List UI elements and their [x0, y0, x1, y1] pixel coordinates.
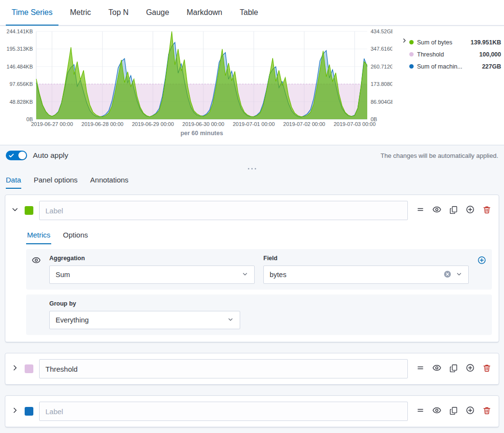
- svg-text:2019-07-02 00:00: 2019-07-02 00:00: [283, 121, 325, 127]
- series-label-input[interactable]: [39, 402, 408, 421]
- plus-circle-icon: [466, 406, 475, 417]
- add-series-button[interactable]: [466, 363, 475, 374]
- tab-gauge[interactable]: Gauge: [140, 0, 175, 26]
- series-visibility-button[interactable]: [432, 406, 441, 417]
- chevron-down-icon: [242, 271, 248, 279]
- trash-icon: [483, 406, 491, 417]
- chart-interval-caption: per 60 minutes: [36, 130, 367, 137]
- legend-series-name: Threshold: [417, 51, 476, 58]
- legend-color-dot: [409, 40, 414, 44]
- series-expand-button[interactable]: [11, 364, 19, 374]
- copy-icon: [449, 364, 458, 374]
- series-panel-1: Metrics Options Aggregation S: [5, 195, 499, 342]
- series-visibility-button[interactable]: [432, 363, 441, 374]
- legend-item[interactable]: Sum of bytes 139.951KB: [409, 36, 501, 48]
- copy-icon: [449, 406, 458, 417]
- svg-text:195.313KB: 195.313KB: [7, 46, 33, 52]
- chevron-right-icon: [401, 37, 408, 46]
- field-value: bytes: [270, 271, 287, 279]
- chevron-down-icon: [227, 316, 234, 324]
- series-body: Metrics Options Aggregation S: [5, 227, 499, 342]
- legend-series-value: 139.951KB: [471, 39, 501, 46]
- chart-preview-section: 0B48.828KB97.656KB146.484KB195.313KB244.…: [0, 26, 504, 145]
- series-collapse-button[interactable]: [11, 206, 19, 215]
- series-panel-3: [5, 395, 499, 427]
- svg-text:260.712GB: 260.712GB: [371, 64, 392, 70]
- tab-panel-options[interactable]: Panel options: [34, 171, 78, 189]
- editor-resize-handle[interactable]: [0, 166, 504, 171]
- svg-text:97.656KB: 97.656KB: [10, 81, 33, 87]
- tab-options[interactable]: Options: [62, 227, 89, 244]
- svg-text:2019-06-27 00:00: 2019-06-27 00:00: [31, 121, 73, 127]
- svg-text:2019-06-30 00:00: 2019-06-30 00:00: [182, 121, 224, 127]
- series-clone-button[interactable]: [449, 406, 458, 417]
- series-drag-handle[interactable]: [417, 364, 424, 374]
- field-select[interactable]: bytes: [263, 265, 469, 284]
- tab-time-series[interactable]: Time Series: [6, 0, 58, 26]
- series-drag-handle[interactable]: [417, 406, 424, 416]
- series-header: [5, 353, 499, 384]
- aggregation-select[interactable]: Sum: [49, 265, 255, 284]
- legend-series-name: Sum of bytes: [417, 39, 467, 46]
- series-sub-tabs: Metrics Options: [26, 227, 492, 244]
- tab-data[interactable]: Data: [6, 171, 21, 189]
- series-drag-handle[interactable]: [417, 206, 424, 215]
- metric-block: Aggregation Sum Field bytes: [26, 249, 492, 290]
- delete-series-button[interactable]: [483, 406, 491, 417]
- trash-icon: [483, 364, 491, 374]
- auto-apply-label: Auto apply: [33, 151, 68, 160]
- eye-icon: [432, 205, 441, 216]
- group-by-block: Group by Everything: [26, 294, 492, 335]
- time-series-chart: 0B48.828KB97.656KB146.484KB195.313KB244.…: [0, 26, 392, 129]
- series-label-input[interactable]: [39, 359, 408, 378]
- plus-circle-icon: [477, 256, 486, 266]
- legend-color-dot: [409, 52, 414, 56]
- eye-icon: [432, 363, 441, 374]
- eye-icon: [32, 256, 41, 266]
- svg-text:244.141KB: 244.141KB: [7, 28, 33, 34]
- series-clone-button[interactable]: [449, 206, 458, 216]
- tab-metrics[interactable]: Metrics: [26, 227, 51, 244]
- tab-annotations[interactable]: Annotations: [90, 171, 129, 189]
- series-color-swatch[interactable]: [25, 364, 33, 373]
- metric-visibility-button[interactable]: [32, 256, 41, 266]
- delete-series-button[interactable]: [483, 206, 491, 216]
- legend-item[interactable]: Sum of machin... 227GB: [409, 60, 501, 72]
- tab-markdown[interactable]: Markdown: [181, 0, 228, 26]
- chevron-down-icon: [11, 206, 19, 215]
- delete-series-button[interactable]: [483, 364, 491, 374]
- series-label-input[interactable]: [39, 201, 408, 220]
- drag-handle-icon: [417, 406, 424, 416]
- tab-table[interactable]: Table: [234, 0, 264, 26]
- clear-circle-icon: [444, 270, 451, 279]
- group-by-select[interactable]: Everything: [49, 311, 240, 329]
- series-header: [5, 195, 499, 226]
- visualization-type-tabs: Time Series Metric Top N Gauge Markdown …: [0, 0, 504, 26]
- tab-top-n[interactable]: Top N: [102, 0, 134, 26]
- series-visibility-button[interactable]: [432, 205, 441, 216]
- legend-item[interactable]: Threshold 100,000: [409, 48, 501, 60]
- clear-field-button[interactable]: [444, 270, 451, 279]
- series-clone-button[interactable]: [449, 364, 458, 374]
- auto-apply-switch[interactable]: [6, 151, 27, 160]
- series-expand-button[interactable]: [11, 406, 19, 416]
- group-by-value: Everything: [56, 316, 89, 324]
- svg-text:48.828KB: 48.828KB: [10, 99, 33, 105]
- series-color-swatch[interactable]: [25, 206, 33, 215]
- series-actions: [417, 406, 491, 417]
- svg-text:2019-07-01 00:00: 2019-07-01 00:00: [233, 121, 275, 127]
- editor-tabs: Data Panel options Annotations: [0, 171, 504, 189]
- tab-metric[interactable]: Metric: [64, 0, 97, 26]
- add-series-button[interactable]: [466, 406, 475, 417]
- chart-legend: Sum of bytes 139.951KB Threshold 100,000…: [409, 36, 501, 72]
- legend-collapse-button[interactable]: [401, 37, 408, 46]
- plus-circle-icon: [466, 363, 475, 374]
- add-metric-button[interactable]: [477, 256, 486, 266]
- add-series-button[interactable]: [466, 205, 475, 216]
- svg-text:434.52GB: 434.52GB: [371, 28, 392, 34]
- chevron-right-icon: [11, 406, 19, 416]
- series-color-swatch[interactable]: [25, 407, 33, 416]
- svg-text:2019-07-03 00:00: 2019-07-03 00:00: [333, 121, 375, 127]
- auto-apply-row: Auto apply The changes will be automatic…: [0, 145, 504, 166]
- trash-icon: [483, 206, 491, 216]
